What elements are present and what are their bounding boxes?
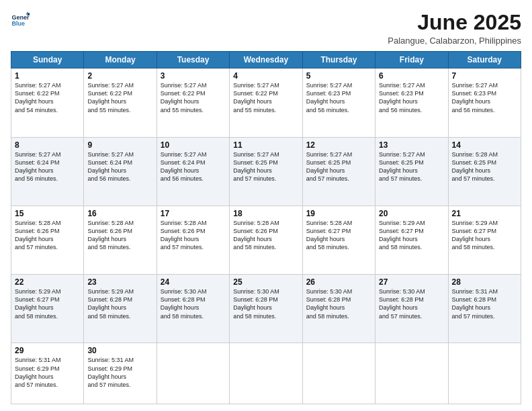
- table-row: 26 Sunrise: 5:30 AM Sunset: 6:28 PM Dayl…: [302, 275, 375, 343]
- table-row: 6 Sunrise: 5:27 AM Sunset: 6:23 PM Dayli…: [375, 68, 448, 137]
- day-number: 14: [452, 140, 517, 150]
- cell-info: Sunrise: 5:27 AM Sunset: 6:23 PM Dayligh…: [306, 81, 371, 114]
- day-number: 11: [233, 140, 298, 150]
- table-row: 23 Sunrise: 5:29 AM Sunset: 6:28 PM Dayl…: [84, 275, 157, 343]
- day-number: 22: [15, 277, 80, 287]
- cell-info: Sunrise: 5:28 AM Sunset: 6:25 PM Dayligh…: [452, 150, 517, 183]
- col-tuesday: Tuesday: [157, 52, 229, 68]
- table-row: 2 Sunrise: 5:27 AM Sunset: 6:22 PM Dayli…: [84, 68, 157, 137]
- calendar-week-3: 15 Sunrise: 5:28 AM Sunset: 6:26 PM Dayl…: [11, 205, 521, 274]
- col-saturday: Saturday: [448, 52, 521, 68]
- table-row: 18 Sunrise: 5:28 AM Sunset: 6:26 PM Dayl…: [230, 205, 302, 274]
- day-number: 25: [233, 277, 298, 287]
- cell-info: Sunrise: 5:31 AM Sunset: 6:29 PM Dayligh…: [15, 356, 80, 389]
- table-row: [448, 343, 521, 404]
- cell-info: Sunrise: 5:27 AM Sunset: 6:23 PM Dayligh…: [452, 81, 517, 114]
- table-row: 19 Sunrise: 5:28 AM Sunset: 6:27 PM Dayl…: [302, 205, 375, 274]
- cell-info: Sunrise: 5:30 AM Sunset: 6:28 PM Dayligh…: [233, 287, 298, 320]
- day-number: 26: [306, 277, 371, 287]
- table-row: 20 Sunrise: 5:29 AM Sunset: 6:27 PM Dayl…: [375, 205, 448, 274]
- col-friday: Friday: [375, 52, 448, 68]
- day-number: 1: [15, 71, 80, 81]
- day-number: 24: [161, 277, 226, 287]
- table-row: 11 Sunrise: 5:27 AM Sunset: 6:25 PM Dayl…: [230, 137, 302, 205]
- table-row: 3 Sunrise: 5:27 AM Sunset: 6:22 PM Dayli…: [157, 68, 229, 137]
- table-row: 17 Sunrise: 5:28 AM Sunset: 6:26 PM Dayl…: [157, 205, 229, 274]
- table-row: 8 Sunrise: 5:27 AM Sunset: 6:24 PM Dayli…: [11, 137, 84, 205]
- table-row: [375, 343, 448, 404]
- day-number: 16: [87, 209, 152, 218]
- calendar-week-2: 8 Sunrise: 5:27 AM Sunset: 6:24 PM Dayli…: [11, 137, 521, 205]
- cell-info: Sunrise: 5:29 AM Sunset: 6:27 PM Dayligh…: [379, 219, 444, 252]
- table-row: [157, 343, 229, 404]
- day-number: 7: [452, 71, 517, 81]
- cell-info: Sunrise: 5:31 AM Sunset: 6:29 PM Dayligh…: [87, 356, 152, 389]
- cell-info: Sunrise: 5:30 AM Sunset: 6:28 PM Dayligh…: [306, 287, 371, 320]
- page: General Blue June 2025 Palangue, Calabar…: [0, 0, 532, 411]
- cell-info: Sunrise: 5:27 AM Sunset: 6:22 PM Dayligh…: [161, 81, 226, 114]
- table-row: 29 Sunrise: 5:31 AM Sunset: 6:29 PM Dayl…: [11, 343, 84, 404]
- table-row: 27 Sunrise: 5:30 AM Sunset: 6:28 PM Dayl…: [375, 275, 448, 343]
- day-number: 23: [87, 277, 152, 287]
- calendar-table: Sunday Monday Tuesday Wednesday Thursday…: [11, 51, 521, 404]
- col-monday: Monday: [84, 52, 157, 68]
- cell-info: Sunrise: 5:29 AM Sunset: 6:27 PM Dayligh…: [15, 287, 80, 320]
- day-number: 21: [452, 209, 517, 218]
- day-number: 29: [15, 346, 80, 355]
- cell-info: Sunrise: 5:27 AM Sunset: 6:25 PM Dayligh…: [306, 150, 371, 183]
- cell-info: Sunrise: 5:28 AM Sunset: 6:27 PM Dayligh…: [306, 219, 371, 252]
- header: General Blue June 2025 Palangue, Calabar…: [11, 11, 521, 46]
- svg-text:Blue: Blue: [11, 20, 25, 27]
- table-row: 12 Sunrise: 5:27 AM Sunset: 6:25 PM Dayl…: [302, 137, 375, 205]
- table-row: 10 Sunrise: 5:27 AM Sunset: 6:24 PM Dayl…: [157, 137, 229, 205]
- table-row: 1 Sunrise: 5:27 AM Sunset: 6:22 PM Dayli…: [11, 68, 84, 137]
- day-number: 2: [87, 71, 152, 81]
- day-number: 20: [379, 209, 444, 218]
- cell-info: Sunrise: 5:28 AM Sunset: 6:26 PM Dayligh…: [15, 219, 80, 252]
- cell-info: Sunrise: 5:27 AM Sunset: 6:24 PM Dayligh…: [87, 150, 152, 183]
- table-row: 24 Sunrise: 5:30 AM Sunset: 6:28 PM Dayl…: [157, 275, 229, 343]
- calendar-week-1: 1 Sunrise: 5:27 AM Sunset: 6:22 PM Dayli…: [11, 68, 521, 137]
- cell-info: Sunrise: 5:30 AM Sunset: 6:28 PM Dayligh…: [161, 287, 226, 320]
- col-thursday: Thursday: [302, 52, 375, 68]
- day-number: 12: [306, 140, 371, 150]
- logo: General Blue: [11, 11, 30, 30]
- day-number: 15: [15, 209, 80, 218]
- main-title: June 2025: [388, 11, 521, 34]
- cell-info: Sunrise: 5:27 AM Sunset: 6:22 PM Dayligh…: [87, 81, 152, 114]
- day-number: 19: [306, 209, 371, 218]
- cell-info: Sunrise: 5:31 AM Sunset: 6:28 PM Dayligh…: [452, 287, 517, 320]
- cell-info: Sunrise: 5:27 AM Sunset: 6:24 PM Dayligh…: [161, 150, 226, 183]
- col-sunday: Sunday: [11, 52, 84, 68]
- table-row: 25 Sunrise: 5:30 AM Sunset: 6:28 PM Dayl…: [230, 275, 302, 343]
- table-row: 30 Sunrise: 5:31 AM Sunset: 6:29 PM Dayl…: [84, 343, 157, 404]
- day-number: 17: [161, 209, 226, 218]
- header-row: Sunday Monday Tuesday Wednesday Thursday…: [11, 52, 521, 68]
- day-number: 13: [379, 140, 444, 150]
- cell-info: Sunrise: 5:28 AM Sunset: 6:26 PM Dayligh…: [161, 219, 226, 252]
- cell-info: Sunrise: 5:27 AM Sunset: 6:25 PM Dayligh…: [379, 150, 444, 183]
- table-row: 5 Sunrise: 5:27 AM Sunset: 6:23 PM Dayli…: [302, 68, 375, 137]
- calendar-week-4: 22 Sunrise: 5:29 AM Sunset: 6:27 PM Dayl…: [11, 275, 521, 343]
- day-number: 28: [452, 277, 517, 287]
- cell-info: Sunrise: 5:27 AM Sunset: 6:25 PM Dayligh…: [233, 150, 298, 183]
- day-number: 9: [87, 140, 152, 150]
- day-number: 3: [161, 71, 226, 81]
- logo-icon: General Blue: [11, 11, 30, 30]
- cell-info: Sunrise: 5:27 AM Sunset: 6:24 PM Dayligh…: [15, 150, 80, 183]
- cell-info: Sunrise: 5:27 AM Sunset: 6:22 PM Dayligh…: [233, 81, 298, 114]
- day-number: 18: [233, 209, 298, 218]
- cell-info: Sunrise: 5:27 AM Sunset: 6:22 PM Dayligh…: [15, 81, 80, 114]
- col-wednesday: Wednesday: [230, 52, 302, 68]
- cell-info: Sunrise: 5:29 AM Sunset: 6:28 PM Dayligh…: [87, 287, 152, 320]
- svg-text:General: General: [11, 14, 30, 21]
- table-row: 13 Sunrise: 5:27 AM Sunset: 6:25 PM Dayl…: [375, 137, 448, 205]
- table-row: 14 Sunrise: 5:28 AM Sunset: 6:25 PM Dayl…: [448, 137, 521, 205]
- table-row: 28 Sunrise: 5:31 AM Sunset: 6:28 PM Dayl…: [448, 275, 521, 343]
- table-row: 7 Sunrise: 5:27 AM Sunset: 6:23 PM Dayli…: [448, 68, 521, 137]
- table-row: [302, 343, 375, 404]
- table-row: [230, 343, 302, 404]
- subtitle: Palangue, Calabarzon, Philippines: [388, 36, 521, 46]
- day-number: 10: [161, 140, 226, 150]
- day-number: 5: [306, 71, 371, 81]
